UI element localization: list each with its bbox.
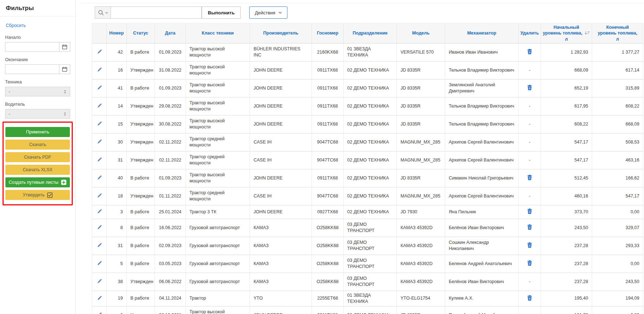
- delete-row-button[interactable]: [527, 295, 533, 301]
- pencil-icon: [97, 295, 103, 301]
- cell-tech_class: Грузовой автотранспорт: [186, 237, 250, 255]
- end-date-input[interactable]: [5, 65, 59, 74]
- delete-row-button[interactable]: [527, 48, 533, 55]
- trash-icon: [527, 49, 532, 54]
- actions-menu-button[interactable]: Действия: [249, 6, 287, 19]
- cell-number: 42: [107, 43, 127, 61]
- table-row: 41В работе01.09.2023Трактор высокой мощн…: [92, 79, 643, 97]
- download-pdf-button[interactable]: Скачать PDF: [5, 152, 70, 162]
- cell-division: 03 ДЕМО ТРАНСПОРТ: [344, 219, 397, 237]
- table-row: 16Утвержден31.08.2022Трактор высокой мощ…: [92, 61, 643, 79]
- button-label: Скачать XLSX: [23, 167, 52, 172]
- delete-row-button[interactable]: [527, 260, 533, 267]
- cell-division: 01 ЗВЕЗДА ТЕХНИКА: [344, 43, 397, 61]
- edit-row-button[interactable]: [96, 223, 103, 231]
- edit-row-button[interactable]: [96, 277, 103, 285]
- cell-operator: Тельнов Владимир Викторович: [445, 115, 519, 133]
- cell-reg_number: 0911TX68: [312, 169, 344, 187]
- search-dropdown-button[interactable]: [95, 6, 111, 19]
- column-header-operator[interactable]: Механизатор: [445, 23, 519, 44]
- edit-row-button[interactable]: [96, 102, 103, 109]
- cell-operator: Архипов Сергей Валентинович: [445, 151, 519, 169]
- start-date-input[interactable]: [5, 42, 59, 51]
- edit-row-button[interactable]: [96, 241, 103, 249]
- column-header-fuel_end[interactable]: Конечныйуровень топлива,л: [592, 23, 643, 44]
- execute-button[interactable]: Выполнить: [202, 6, 241, 19]
- cell-edit: [92, 61, 107, 79]
- edit-row-button[interactable]: [96, 120, 103, 127]
- tech-select[interactable]: -: [5, 87, 70, 96]
- calendar-button[interactable]: [59, 42, 70, 51]
- button-label: Создать путевые листы: [9, 180, 58, 185]
- delete-row-button[interactable]: [527, 224, 533, 231]
- edit-row-button[interactable]: [96, 311, 103, 314]
- cell-fuel_end: 0,00: [592, 205, 643, 219]
- approve-button[interactable]: Утвердить: [5, 190, 70, 200]
- column-header-date[interactable]: Дата: [155, 23, 186, 44]
- delete-row-button[interactable]: [527, 84, 533, 91]
- cell-manufacturer: КАМАЗ: [250, 255, 312, 273]
- driver-select[interactable]: -: [5, 109, 70, 119]
- table-row: 31Утвержден02.11.2022Трактор средней мощ…: [92, 151, 643, 169]
- reset-filters-link[interactable]: Сбросить: [6, 23, 26, 28]
- cell-edit: [92, 187, 107, 205]
- calendar-button[interactable]: [59, 65, 70, 74]
- edit-row-button[interactable]: [96, 208, 103, 215]
- cell-division: 03 ДЕМО ТРАНСПОРТ: [344, 255, 397, 273]
- select-arrows-icon: [63, 90, 67, 94]
- edit-row-button[interactable]: [96, 156, 103, 163]
- cell-fuel_end: 608,22: [592, 97, 643, 115]
- cell-fuel_start: 547,17: [541, 151, 592, 169]
- edit-row-button[interactable]: [96, 192, 103, 199]
- table-row: 19В работе04.11.2024ТракторYTO2255ET6801…: [92, 291, 643, 306]
- column-header-status[interactable]: Статус: [127, 23, 155, 44]
- create-waybills-button[interactable]: Создать путевые листы: [5, 177, 70, 187]
- edit-row-button[interactable]: [96, 66, 103, 73]
- download-xlsx-button[interactable]: Скачать XLSX: [5, 165, 70, 175]
- cell-delete: [519, 79, 541, 97]
- cell-edit: [92, 169, 107, 187]
- delete-row-button[interactable]: [527, 174, 533, 181]
- column-header-reg_number[interactable]: Госномер: [312, 23, 344, 44]
- column-header-number[interactable]: Номер: [107, 23, 127, 44]
- column-header-model[interactable]: Модель: [397, 23, 445, 44]
- cell-number: 2: [107, 306, 127, 314]
- cell-operator: Белёнов Иван Викторович: [445, 273, 519, 291]
- cell-reg_number: 0911TX68: [312, 97, 344, 115]
- column-header-fuel_start[interactable]: Начальныйуровень топлива,л: [541, 23, 592, 44]
- pencil-icon: [97, 49, 103, 55]
- cell-operator: Белёнов Иван Викторович: [445, 219, 519, 237]
- edit-row-button[interactable]: [96, 294, 103, 302]
- table-row: 31В работе02.09.2023Грузовой автотранспо…: [92, 237, 643, 255]
- cell-division: 02 ДЕМО ТЕХНИКА: [344, 187, 397, 205]
- delete-row-button[interactable]: [527, 208, 533, 215]
- cell-tech_class: Грузовой автотранспорт: [186, 255, 250, 273]
- column-header-label: Конечный: [606, 24, 629, 30]
- cell-reg_number: 2255ET68: [312, 291, 344, 306]
- cell-edit: [92, 291, 107, 306]
- delete-row-button[interactable]: [527, 242, 533, 249]
- download-button[interactable]: Скачать: [5, 140, 70, 150]
- pencil-icon: [97, 192, 103, 199]
- column-header-division[interactable]: Подразделение: [344, 23, 397, 44]
- column-header-tech_class[interactable]: Класс техники: [186, 23, 250, 44]
- cell-manufacturer: КАМАЗ: [250, 273, 312, 291]
- pencil-icon: [97, 120, 103, 127]
- column-header-delete[interactable]: Удалить: [519, 23, 541, 44]
- edit-row-button[interactable]: [96, 84, 103, 91]
- cell-manufacturer: CASE IH: [250, 133, 312, 151]
- apply-button[interactable]: Применить: [5, 127, 70, 137]
- column-header-manufacturer[interactable]: Производитель: [250, 23, 312, 44]
- search-input[interactable]: [111, 6, 202, 19]
- table-row: 18Утвержден01.11.2022Трактор средней мощ…: [92, 187, 643, 205]
- table-row: 40В работе01.09.2023Трактор высокой мощн…: [92, 169, 643, 187]
- cell-division: 02 ДЕМО ТЕХНИКА: [344, 79, 397, 97]
- edit-row-button[interactable]: [96, 174, 103, 181]
- pencil-icon: [97, 311, 103, 314]
- cell-fuel_start: 512,45: [541, 169, 592, 187]
- edit-row-button[interactable]: [96, 48, 103, 55]
- cell-manufacturer: КАМАЗ: [250, 219, 312, 237]
- cell-model: КАМАЗ 45392D: [397, 219, 445, 237]
- edit-row-button[interactable]: [96, 259, 103, 267]
- edit-row-button[interactable]: [96, 138, 103, 145]
